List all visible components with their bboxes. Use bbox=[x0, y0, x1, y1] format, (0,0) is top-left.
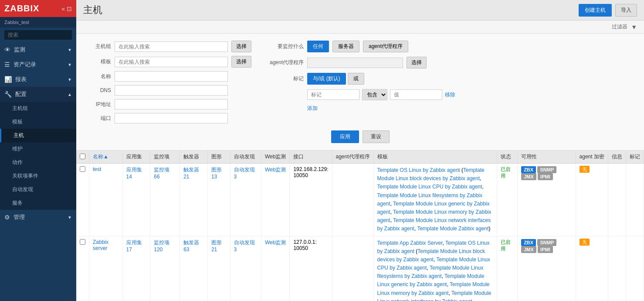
table-row: test 应用集 14 监控项 66 触发器 21 图形 13 自动发现 3 W… bbox=[76, 164, 644, 236]
web-cell: Web监测 bbox=[261, 164, 289, 236]
port-field: 端口 bbox=[85, 113, 251, 123]
sidebar-item-hosts[interactable]: 主机 bbox=[0, 129, 76, 142]
items-link[interactable]: 监控项 120 bbox=[154, 239, 169, 253]
topbar-actions: 创建主机 导入 bbox=[579, 4, 637, 17]
sidebar-item-services[interactable]: 服务 bbox=[0, 196, 76, 210]
filter-row-1: 主机组 选择 模板 选择 名称 DNS bbox=[85, 41, 635, 123]
th-availability: 可用性 bbox=[518, 150, 576, 164]
apps-link[interactable]: 应用集 17 bbox=[126, 239, 142, 253]
th-interface: 接口 bbox=[290, 150, 332, 164]
tag-op-select[interactable]: 包含等于 bbox=[362, 89, 387, 100]
select-all-checkbox[interactable] bbox=[80, 154, 85, 159]
template-link[interactable]: Template OS Linux by Zabbix agent bbox=[377, 167, 460, 173]
apps-link[interactable]: 应用集 14 bbox=[126, 167, 142, 180]
th-apps: 应用集 bbox=[122, 150, 150, 164]
th-agent: agent代理程序 bbox=[332, 150, 373, 164]
sidebar-item-templates[interactable]: 模板 bbox=[0, 115, 76, 129]
sidebar-item-assets[interactable]: ☰ 资产记录 ▼ bbox=[0, 57, 76, 72]
items-link[interactable]: 监控项 66 bbox=[154, 167, 169, 180]
agent-input[interactable] bbox=[307, 58, 403, 68]
ip-input[interactable] bbox=[115, 99, 228, 109]
encrypt-cell: 无 bbox=[576, 164, 608, 236]
monitor-agent-button[interactable]: agent代理程序 bbox=[363, 41, 408, 52]
template-input[interactable] bbox=[115, 57, 228, 67]
sidebar-item-actions[interactable]: 动作 bbox=[0, 156, 76, 169]
graphs-link[interactable]: 图形 21 bbox=[211, 239, 222, 253]
port-input[interactable] bbox=[115, 113, 228, 123]
tag-add-link[interactable]: 添加 bbox=[307, 105, 318, 111]
template-link[interactable]: Template App Zabbix Server bbox=[377, 240, 443, 246]
tags-cell bbox=[626, 164, 644, 236]
ip-label: IP地址 bbox=[85, 101, 111, 108]
sidebar-item-discovery[interactable]: 自动发现 bbox=[0, 183, 76, 196]
sidebar-item-admin[interactable]: ⚙ 管理 ▼ bbox=[0, 210, 76, 225]
chevron-icon: ▼ bbox=[68, 48, 72, 52]
name-input[interactable] bbox=[115, 71, 228, 82]
page-title: 主机 bbox=[83, 3, 102, 17]
graphs-cell: 图形 13 bbox=[207, 164, 230, 236]
graphs-link[interactable]: 图形 13 bbox=[211, 167, 222, 180]
agent-select-button[interactable]: 选择 bbox=[407, 57, 427, 68]
sidebar-item-reports[interactable]: 📊 报表 ▼ bbox=[0, 72, 76, 87]
reset-button[interactable]: 重设 bbox=[363, 130, 390, 143]
sidebar-item-correvents[interactable]: 关联项事件 bbox=[0, 169, 76, 183]
discovery-link[interactable]: 自动发现 3 bbox=[234, 239, 255, 253]
search-input[interactable] bbox=[4, 30, 72, 40]
agent-row: agent代理程序 选择 bbox=[269, 57, 635, 68]
sidebar-item-maintenance[interactable]: 维护 bbox=[0, 142, 76, 156]
tag-add-row: 添加 bbox=[269, 105, 635, 112]
filter-form: 主机组 选择 模板 选择 名称 DNS bbox=[76, 34, 644, 150]
sidebar-item-config[interactable]: 🔧 配置 ▲ bbox=[0, 87, 76, 102]
port-label: 端口 bbox=[85, 115, 111, 122]
tag-andor-button[interactable]: 与/或 (默认) bbox=[307, 73, 346, 85]
sidebar-item-monitor[interactable]: 👁 监测 ▼ bbox=[0, 42, 76, 57]
template-select-button[interactable]: 选择 bbox=[231, 56, 251, 68]
monitor-server-button[interactable]: 服务器 bbox=[332, 41, 359, 52]
th-templates: 模板 bbox=[373, 150, 497, 164]
sort-name-link[interactable]: 名称▲ bbox=[93, 154, 108, 160]
apply-button[interactable]: 应用 bbox=[331, 130, 359, 143]
template-label: 模板 bbox=[85, 58, 111, 65]
agent-cell bbox=[332, 236, 373, 301]
discovery-link[interactable]: 自动发现 3 bbox=[234, 167, 255, 180]
table-row: Zabbix server 应用集 17 监控项 120 触发器 63 图形 2… bbox=[76, 236, 644, 301]
row-checkbox[interactable] bbox=[80, 239, 85, 245]
agent-cell bbox=[332, 164, 373, 236]
sidebar-controls: « ⊡ bbox=[61, 5, 72, 12]
collapse-icon[interactable]: « bbox=[61, 5, 65, 12]
tag-value-input[interactable] bbox=[390, 89, 442, 100]
info-cell bbox=[608, 236, 626, 301]
filter-actions: 应用 重设 bbox=[85, 128, 635, 143]
host-name-cell: Zabbix server bbox=[89, 236, 123, 301]
filter-icon[interactable]: ▼ bbox=[631, 24, 637, 31]
status-cell: 已启用 bbox=[497, 164, 518, 236]
snmp-badge: SNMP bbox=[537, 166, 556, 173]
tag-name-input[interactable] bbox=[307, 89, 359, 100]
sidebar-item-hostgroups[interactable]: 主机组 bbox=[0, 102, 76, 115]
discovery-cell: 自动发现 3 bbox=[230, 236, 261, 301]
hostgroup-field: 主机组 选择 bbox=[85, 41, 251, 52]
triggers-link[interactable]: 触发器 63 bbox=[183, 239, 199, 253]
name-field: 名称 bbox=[85, 71, 251, 82]
create-host-button[interactable]: 创建主机 bbox=[579, 4, 612, 17]
row-checkbox[interactable] bbox=[80, 166, 85, 172]
host-name-link[interactable]: Zabbix server bbox=[93, 239, 108, 251]
dns-input[interactable] bbox=[115, 85, 228, 96]
import-button[interactable]: 导入 bbox=[615, 4, 637, 17]
zbx-badge: ZBX bbox=[521, 239, 536, 246]
tag-remove-link[interactable]: 移除 bbox=[445, 91, 455, 99]
monitor-any-button[interactable]: 任何 bbox=[307, 41, 329, 52]
expand-icon[interactable]: ⊡ bbox=[67, 5, 72, 12]
web-link[interactable]: Web监测 bbox=[265, 167, 286, 173]
hostgroup-input[interactable] bbox=[115, 41, 228, 52]
hostgroup-select-button[interactable]: 选择 bbox=[231, 41, 251, 52]
sidebar: ZABBIX « ⊡ Zabbix_test 👁 监测 ▼ ☰ 资产记录 ▼ 📊… bbox=[0, 0, 76, 301]
triggers-link[interactable]: 触发器 21 bbox=[183, 167, 199, 180]
host-name-link[interactable]: test bbox=[93, 166, 101, 172]
sidebar-logo: ZABBIX bbox=[4, 3, 39, 14]
th-name[interactable]: 名称▲ bbox=[89, 150, 123, 164]
apps-cell: 应用集 17 bbox=[122, 236, 150, 301]
tag-or-button[interactable]: 或 bbox=[348, 73, 364, 85]
web-link[interactable]: Web监测 bbox=[265, 239, 286, 246]
hosts-table: 名称▲ 应用集 监控项 触发器 图形 自动发现 Web监测 接口 agent代理… bbox=[76, 150, 644, 301]
